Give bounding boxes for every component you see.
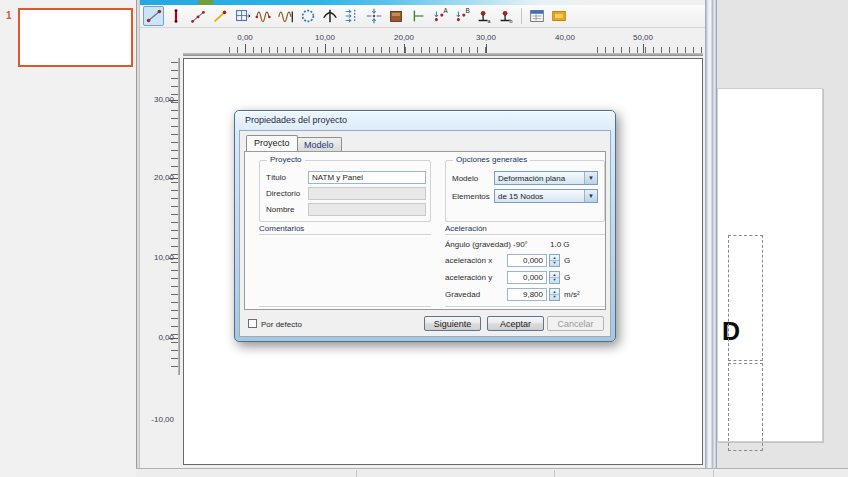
accel-y-spinner[interactable]: ▲ ▼ [549,271,560,284]
acceleration-rule [445,234,605,235]
spin-down-icon[interactable]: ▼ [550,277,559,283]
svg-text:b: b [509,18,512,24]
gravity-spinner[interactable]: ▲ ▼ [549,288,560,301]
left-ruler-baseline [178,58,180,375]
geogrid-icon[interactable] [187,6,208,26]
background-slide: D [717,88,823,442]
ruler-ticks [171,62,178,374]
ruler-major-tick [169,178,178,179]
point-load-b-icon[interactable]: B [451,6,472,26]
rotation-circle-icon[interactable] [297,6,318,26]
ruler-label: -10,00 [140,415,174,425]
comments-rule [259,234,431,235]
tab-proyecto[interactable]: Proyecto [246,135,298,151]
svg-text:A: A [443,7,448,14]
ruler-label: 0,00 [225,33,265,42]
spin-down-icon[interactable]: ▼ [550,260,559,266]
spring-a-icon[interactable] [253,6,274,26]
chevron-down-icon[interactable]: ▼ [584,190,597,202]
spin-down-icon[interactable]: ▼ [550,294,559,300]
tab-modelo[interactable]: Modelo [296,137,342,151]
gravity-angle-value: 1.0 G [550,240,570,249]
elements-label: Elementos [452,192,490,201]
slide-text-placeholder [728,235,763,361]
dialog-client-area: Proyecto Modelo Proyecto Título NATM y P… [239,130,611,337]
ruler-major-tick [325,44,326,53]
material-sets-icon[interactable] [385,6,406,26]
slide-thumbnail[interactable] [18,8,133,67]
gravity-angle-label: Ángulo (gravedad) -90° [445,240,528,249]
general-options-groupbox: Opciones generales Modelo Deformación pl… [445,160,605,222]
ruler-major-tick [643,44,644,53]
tab-page-proyecto: Proyecto Título NATM y Panel Directorio … [244,151,606,310]
cancel-button[interactable]: Cancelar [547,316,604,331]
gravity-unit: m/s² [564,290,580,299]
svg-text:B: B [465,7,469,14]
plate-icon[interactable] [165,6,186,26]
status-separator [356,470,357,477]
screen: 1 D [0,0,848,477]
dialog-titlebar[interactable]: Propiedades del proyecto [235,111,615,130]
anchor-a-icon[interactable]: a [473,6,494,26]
general-options-label: Opciones generales [453,155,530,164]
acceleration-bottom-rule [445,306,605,307]
ruler-major-tick [404,44,405,53]
slide-editing-background: D [700,0,848,477]
ruler-label: 30,00 [466,33,506,42]
toolbar: A B a b [140,5,705,28]
title-field-label: Título [266,173,286,182]
project-groupbox: Proyecto Título NATM y Panel Directorio … [259,160,431,222]
name-field [308,203,426,216]
status-separator [554,470,555,477]
accel-y-label: aceleración y [445,273,492,282]
comments-textarea[interactable] [259,236,431,304]
name-field-label: Nombre [266,205,294,214]
slide-text-placeholder [728,363,763,451]
accel-y-input[interactable]: 0,000 [507,271,547,284]
status-separator [713,470,714,477]
window-right-border [705,0,717,468]
status-bar [136,468,848,477]
slide-number: 1 [6,10,12,21]
ruler-label: 50,00 [623,33,663,42]
project-properties-dialog: Propiedades del proyecto Proyecto Modelo… [234,110,616,342]
accel-x-input[interactable]: 0,000 [507,254,547,267]
ruler-major-tick [245,44,246,53]
initial-conditions-icon[interactable] [548,6,569,26]
ruler-major-tick [169,338,178,339]
point-load-a-icon[interactable]: A [429,6,450,26]
drain-icon[interactable] [407,6,428,26]
mesh-generation-icon[interactable] [526,6,547,26]
ruler-major-tick [486,44,487,53]
anchor-b-icon[interactable]: b [495,6,516,26]
ruler-label: 10,00 [305,33,345,42]
distributed-load-b-icon[interactable] [363,6,384,26]
accel-x-spinner[interactable]: ▲ ▼ [549,254,560,267]
slide-thumbnail-panel: 1 [0,0,136,477]
model-dropdown-value: Deformación plana [498,174,582,183]
geometry-line-icon[interactable] [143,6,164,26]
ruler-major-tick [169,258,178,259]
dialog-footer: Por defecto Siguiente Aceptar Cancelar [240,312,610,336]
tunnel-icon[interactable] [231,6,252,26]
directory-field-label: Directorio [266,189,300,198]
window-left-border [136,0,140,468]
gravity-input[interactable]: 9,800 [507,288,547,301]
node-to-node-anchor-icon[interactable] [209,6,230,26]
accel-y-unit: G [564,273,570,282]
default-checkbox[interactable] [248,319,257,328]
distributed-load-a-icon[interactable] [341,6,362,26]
dialog-title: Propiedades del proyecto [245,115,347,125]
accept-button[interactable]: Aceptar [487,316,544,331]
interface-icon[interactable] [319,6,340,26]
title-field[interactable]: NATM y Panel [308,171,426,184]
model-dropdown[interactable]: Deformación plana ▼ [494,171,598,185]
elements-dropdown[interactable]: de 15 Nodos ▼ [494,189,598,203]
next-button[interactable]: Siguiente [424,316,481,331]
ruler-label: 40,00 [545,33,585,42]
toolbar-separator [521,8,522,24]
chevron-down-icon[interactable]: ▼ [584,172,597,184]
spring-b-icon[interactable] [275,6,296,26]
accel-x-label: aceleración x [445,256,492,265]
model-label: Modelo [452,174,478,183]
